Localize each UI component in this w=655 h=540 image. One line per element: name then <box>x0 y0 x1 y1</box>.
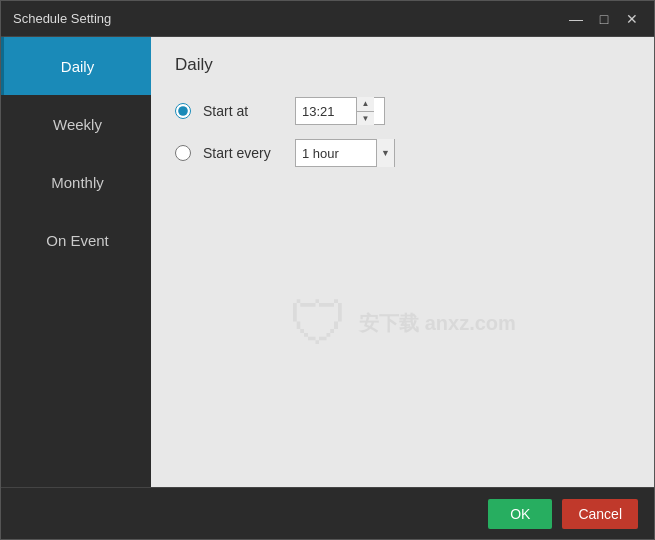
hour-select[interactable]: 1 hour 2 hours 4 hours 6 hours 12 hours <box>296 140 376 166</box>
spinner-buttons: ▲ ▼ <box>356 97 374 125</box>
start-at-label: Start at <box>203 103 283 119</box>
sidebar-item-on-event[interactable]: On Event <box>1 211 151 269</box>
watermark-area: 🛡 安下载 anxz.com <box>175 177 630 469</box>
ok-button[interactable]: OK <box>488 499 552 529</box>
watermark-icon: 🛡 <box>289 289 349 358</box>
start-at-row: Start at ▲ ▼ <box>175 97 630 125</box>
window-title: Schedule Setting <box>13 11 566 26</box>
sidebar-item-weekly[interactable]: Weekly <box>1 95 151 153</box>
start-every-row: Start every 1 hour 2 hours 4 hours 6 hou… <box>175 139 630 167</box>
watermark-text: 安下载 anxz.com <box>359 310 516 337</box>
schedule-setting-window: Schedule Setting — □ ✕ Daily Weekly Mont… <box>0 0 655 540</box>
time-input[interactable] <box>296 98 356 124</box>
time-input-wrapper: ▲ ▼ <box>295 97 385 125</box>
select-wrapper: 1 hour 2 hours 4 hours 6 hours 12 hours … <box>295 139 395 167</box>
start-every-label: Start every <box>203 145 283 161</box>
sidebar-item-daily-label: Daily <box>61 58 94 75</box>
close-button[interactable]: ✕ <box>622 9 642 29</box>
maximize-button[interactable]: □ <box>594 9 614 29</box>
start-at-radio[interactable] <box>175 103 191 119</box>
sidebar-item-daily[interactable]: Daily <box>1 37 151 95</box>
minimize-button[interactable]: — <box>566 9 586 29</box>
sidebar-item-weekly-label: Weekly <box>53 116 102 133</box>
sidebar: Daily Weekly Monthly On Event <box>1 37 151 487</box>
bottom-bar: OK Cancel <box>1 487 654 539</box>
options-area: Start at ▲ ▼ Start every <box>175 97 630 167</box>
select-arrow-icon: ▼ <box>376 139 394 167</box>
title-bar: Schedule Setting — □ ✕ <box>1 1 654 37</box>
main-panel: Daily Start at ▲ ▼ <box>151 37 654 487</box>
sidebar-item-monthly-label: Monthly <box>51 174 104 191</box>
cancel-button[interactable]: Cancel <box>562 499 638 529</box>
sidebar-item-on-event-label: On Event <box>46 232 109 249</box>
sidebar-item-monthly[interactable]: Monthly <box>1 153 151 211</box>
content-area: Daily Weekly Monthly On Event Daily Star… <box>1 37 654 487</box>
panel-title: Daily <box>175 55 630 75</box>
spinner-down-button[interactable]: ▼ <box>357 112 374 126</box>
start-every-radio[interactable] <box>175 145 191 161</box>
spinner-up-button[interactable]: ▲ <box>357 97 374 112</box>
title-bar-buttons: — □ ✕ <box>566 9 642 29</box>
